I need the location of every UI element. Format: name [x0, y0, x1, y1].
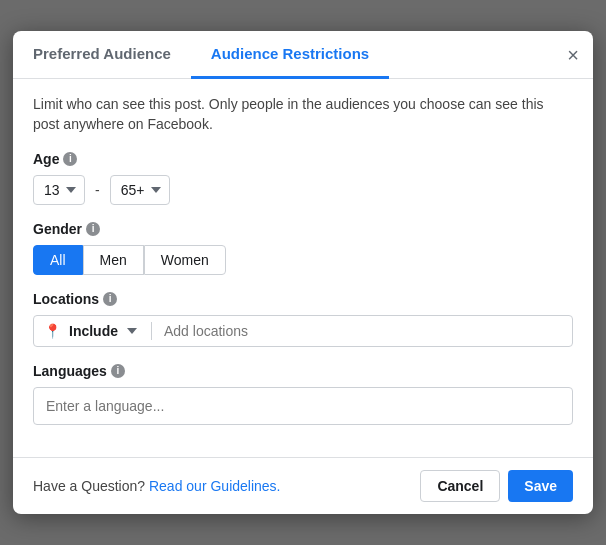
- locations-label-text: Locations: [33, 291, 99, 307]
- save-button[interactable]: Save: [508, 470, 573, 502]
- age-label-text: Age: [33, 151, 59, 167]
- footer-buttons: Cancel Save: [420, 470, 573, 502]
- gender-men-button[interactable]: Men: [83, 245, 144, 275]
- modal-header: Preferred Audience Audience Restrictions…: [13, 31, 593, 79]
- divider: [151, 322, 152, 340]
- modal: Preferred Audience Audience Restrictions…: [13, 31, 593, 513]
- modal-body: Limit who can see this post. Only people…: [13, 79, 593, 456]
- question-text: Have a Question?: [33, 478, 145, 494]
- languages-label: Languages i: [33, 363, 573, 379]
- age-info-icon: i: [63, 152, 77, 166]
- languages-label-text: Languages: [33, 363, 107, 379]
- age-dash: -: [95, 182, 100, 198]
- age-max-select[interactable]: 65+554535: [110, 175, 170, 205]
- include-select[interactable]: Include Exclude: [69, 323, 139, 339]
- gender-label-text: Gender: [33, 221, 82, 237]
- age-min-select[interactable]: 13182125: [33, 175, 85, 205]
- modal-footer: Have a Question? Read our Guidelines. Ca…: [13, 457, 593, 514]
- locations-input-row: 📍 Include Exclude: [33, 315, 573, 347]
- gender-all-button[interactable]: All: [33, 245, 83, 275]
- gender-women-button[interactable]: Women: [144, 245, 226, 275]
- locations-label: Locations i: [33, 291, 573, 307]
- add-locations-input[interactable]: [164, 323, 562, 339]
- locations-info-icon: i: [103, 292, 117, 306]
- location-pin-icon: 📍: [44, 323, 61, 339]
- gender-buttons: All Men Women: [33, 245, 573, 275]
- language-input[interactable]: [33, 387, 573, 425]
- guidelines-link[interactable]: Read our Guidelines.: [149, 478, 281, 494]
- languages-info-icon: i: [111, 364, 125, 378]
- description-text: Limit who can see this post. Only people…: [33, 95, 573, 134]
- gender-label: Gender i: [33, 221, 573, 237]
- tab-audience-restrictions[interactable]: Audience Restrictions: [191, 31, 389, 79]
- age-label: Age i: [33, 151, 573, 167]
- tab-preferred-audience[interactable]: Preferred Audience: [13, 31, 191, 79]
- cancel-button[interactable]: Cancel: [420, 470, 500, 502]
- footer-question: Have a Question? Read our Guidelines.: [33, 478, 281, 494]
- gender-info-icon: i: [86, 222, 100, 236]
- age-row: 13182125 - 65+554535: [33, 175, 573, 205]
- close-button[interactable]: ×: [567, 45, 579, 65]
